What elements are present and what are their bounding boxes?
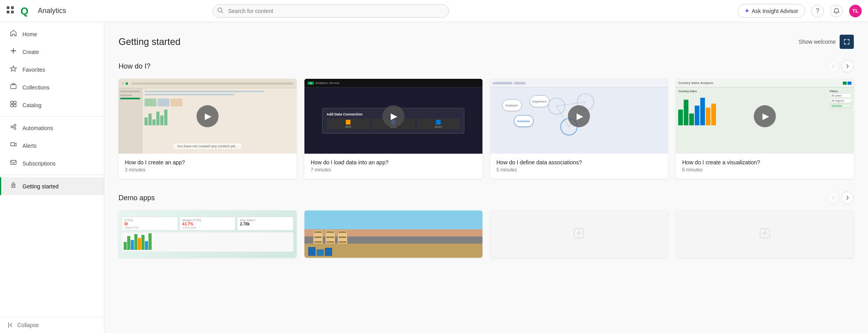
svg-point-17: [14, 128, 16, 130]
page-header-right: Show welcome: [799, 35, 854, 49]
sidebar-item-catalog[interactable]: Catalog: [0, 96, 104, 114]
video-thumbnail-1: You have not created any content yet... …: [119, 79, 297, 154]
play-button-1[interactable]: ▶: [197, 105, 219, 127]
video-info-2: How do I load data into an app? 7 minute…: [304, 154, 482, 179]
sidebar-label-subscriptions: Subscriptions: [22, 160, 56, 167]
app-name: Analytics: [38, 7, 66, 15]
nav-divider-2: [0, 175, 104, 175]
sidebar-label-collections: Collections: [22, 84, 49, 91]
video-duration-3: 5 minutes: [497, 167, 662, 173]
collections-icon: [9, 83, 18, 92]
how-do-i-title: How do I?: [119, 62, 150, 71]
nav-divider-1: [0, 116, 104, 117]
svg-rect-2: [7, 11, 9, 13]
sidebar-collapse-button[interactable]: Collapse: [0, 317, 104, 333]
video-duration-1: 3 minutes: [125, 167, 290, 173]
sidebar-item-alerts[interactable]: Alerts: [0, 137, 104, 154]
demo-apps-next-button[interactable]: [841, 192, 854, 204]
sidebar-item-create[interactable]: Create: [0, 43, 104, 61]
demo-apps-header: Demo apps: [119, 192, 854, 204]
video-card-create-app[interactable]: You have not created any content yet... …: [119, 79, 297, 179]
search-input[interactable]: [213, 4, 449, 18]
show-welcome-button[interactable]: Show welcome: [799, 39, 836, 45]
video-info-1: How do I create an app? 3 minutes: [119, 154, 297, 179]
svg-rect-20: [11, 143, 15, 146]
how-do-i-section: How do I?: [119, 60, 854, 179]
grid-icon[interactable]: [6, 6, 14, 16]
home-icon: [9, 30, 18, 39]
sidebar-item-collections[interactable]: Collections: [0, 78, 104, 96]
search-container: [213, 4, 449, 18]
video-info-3: How do I define data associations? 5 min…: [490, 154, 668, 179]
subscriptions-icon: [9, 159, 18, 168]
rocket-icon: [9, 182, 18, 191]
how-do-i-next-button[interactable]: [841, 60, 854, 73]
help-icon: ?: [816, 7, 820, 15]
svg-line-28: [556, 106, 569, 127]
svg-rect-13: [11, 104, 13, 107]
demo-apps-nav: [827, 192, 854, 204]
app-logo[interactable]: Q Analytics: [19, 3, 66, 19]
sidebar-item-automations[interactable]: Automations: [0, 119, 104, 137]
video-duration-4: 6 minutes: [682, 167, 848, 173]
svg-rect-3: [11, 11, 14, 13]
sidebar-label-create: Create: [22, 49, 39, 55]
notifications-button[interactable]: [830, 5, 843, 17]
insight-btn-label: Ask Insight Advisor: [752, 8, 798, 14]
topbar: Q Analytics ✦ Ask Insight Advisor ? TL: [0, 0, 868, 22]
video-cards-row: You have not created any content yet... …: [119, 79, 854, 179]
demo-card-3[interactable]: [490, 210, 668, 258]
demo-apps-section: Demo apps: [119, 192, 854, 258]
expand-button[interactable]: [840, 35, 854, 49]
sidebar-label-home: Home: [22, 31, 37, 37]
sidebar-item-getting-started[interactable]: Getting started: [0, 177, 104, 195]
demo-card-1[interactable]: (YTD) M Sales(YTD) Margin (YTD) 43.7% vs…: [119, 210, 297, 258]
sidebar-item-subscriptions[interactable]: Subscriptions: [0, 154, 104, 172]
svg-point-15: [11, 126, 13, 128]
sidebar-item-home[interactable]: Home: [0, 25, 104, 43]
svg-rect-21: [11, 160, 16, 164]
page-title: Getting started: [119, 36, 180, 47]
demo-card-2[interactable]: [304, 210, 482, 258]
avatar[interactable]: TL: [849, 5, 862, 17]
demo-apps-title: Demo apps: [119, 194, 155, 202]
svg-rect-12: [14, 101, 16, 104]
video-card-data-assoc[interactable]: Employee Department Customer: [490, 79, 668, 179]
video-card-create-viz[interactable]: Country Sales Analysis Country Sales: [676, 79, 854, 179]
svg-rect-0: [7, 6, 9, 9]
sidebar-label-alerts: Alerts: [22, 143, 37, 149]
insight-advisor-button[interactable]: ✦ Ask Insight Advisor: [738, 4, 805, 18]
video-thumbnail-4: Country Sales Analysis Country Sales: [676, 79, 854, 154]
svg-line-7: [221, 11, 223, 13]
sidebar-item-favorites[interactable]: Favorites: [0, 61, 104, 78]
svg-text:Q: Q: [20, 5, 28, 17]
play-button-4[interactable]: ▶: [754, 105, 776, 127]
sidebar-label-favorites: Favorites: [22, 67, 45, 73]
sparkle-icon: ✦: [744, 7, 749, 15]
video-title-4: How do I create a visualization?: [682, 159, 848, 166]
video-duration-2: 7 minutes: [311, 167, 476, 173]
svg-rect-1: [11, 6, 14, 9]
video-title-2: How do I load data into an app?: [311, 159, 476, 166]
sidebar-label-catalog: Catalog: [22, 102, 41, 108]
play-button-2[interactable]: ▶: [382, 105, 404, 127]
svg-rect-11: [11, 101, 13, 104]
video-thumbnail-2: Q Analytics Service Add Data Connection: [304, 79, 482, 154]
play-button-3[interactable]: ▶: [568, 105, 590, 127]
catalog-icon: [9, 100, 18, 110]
demo-apps-prev-button[interactable]: [827, 192, 840, 204]
video-card-load-data[interactable]: Q Analytics Service Add Data Connection: [304, 79, 482, 179]
search-icon: [217, 7, 223, 15]
alerts-icon: [9, 141, 18, 150]
topbar-right: ✦ Ask Insight Advisor ? TL: [738, 4, 862, 18]
demo-card-4[interactable]: [676, 210, 854, 258]
how-do-i-prev-button[interactable]: [827, 60, 840, 73]
page-header: Getting started Show welcome: [119, 35, 854, 49]
main-content: Getting started Show welcome How do I?: [104, 22, 868, 333]
sidebar: Home Create Favorites: [0, 22, 104, 333]
layout: Home Create Favorites: [0, 22, 868, 333]
demo-cards-row: (YTD) M Sales(YTD) Margin (YTD) 43.7% vs…: [119, 210, 854, 258]
help-button[interactable]: ?: [811, 5, 824, 17]
svg-rect-14: [14, 104, 16, 107]
svg-line-19: [13, 127, 14, 128]
